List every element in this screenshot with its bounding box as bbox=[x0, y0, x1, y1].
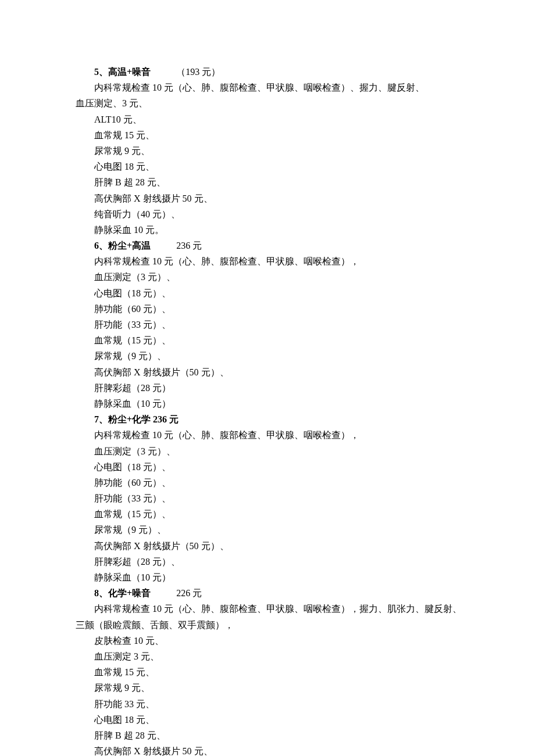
section-5-line-8: 纯音听力（40 元）、 bbox=[76, 206, 477, 222]
section-5-line-1: 血压测定、3 元、 bbox=[76, 95, 477, 111]
section-8-line-6: 肝脾 B 超 28 元、 bbox=[76, 728, 477, 743]
section-7-header: 7、粉尘+化学 236 元 bbox=[76, 411, 477, 427]
section-8-header: 8、化学+噪音 226 元 bbox=[76, 585, 477, 601]
section-6-line-6: 尿常规（9 元）、 bbox=[76, 348, 477, 364]
section-8-price: 226 元 bbox=[176, 588, 202, 598]
section-6-line-8: 肝脾彩超（28 元） bbox=[76, 380, 477, 396]
section-6-price: 236 元 bbox=[176, 241, 202, 250]
section-8-line-7: 高伏胸部 X 射线摄片 50 元、 bbox=[76, 743, 477, 756]
section-7-line-4: 肝功能（33 元）、 bbox=[76, 490, 477, 506]
section-5-number: 5、高温+噪音 bbox=[94, 67, 151, 77]
section-6-line-9: 静脉采血（10 元） bbox=[76, 396, 477, 411]
section-5-line-4: 尿常规 9 元、 bbox=[76, 143, 477, 159]
section-8-line-2: 血常规 15 元、 bbox=[76, 664, 477, 680]
section-7-line-5: 血常规（15 元）、 bbox=[76, 506, 477, 522]
section-5-line-7: 高伏胸部 X 射线摄片 50 元、 bbox=[76, 191, 477, 206]
section-5-line-0: 内科常规检查 10 元（心、肺、腹部检查、甲状腺、咽喉检查）、握力、腱反射、 bbox=[76, 80, 477, 95]
section-6-line-5: 血常规（15 元）、 bbox=[76, 332, 477, 348]
section-6-header: 6、粉尘+高温 236 元 bbox=[76, 238, 477, 253]
section-7-line-3: 肺功能（60 元）、 bbox=[76, 475, 477, 490]
section-8-line-4: 肝功能 33 元、 bbox=[76, 696, 477, 712]
section-8-line-5: 心电图 18 元、 bbox=[76, 712, 477, 728]
section-5-header: 5、高温+噪音 （193 元） bbox=[76, 64, 477, 80]
section-5-line-6: 肝脾 B 超 28 元、 bbox=[76, 174, 477, 190]
section-6-line-2: 心电图（18 元）、 bbox=[76, 285, 477, 301]
section-7-line-1: 血压测定（3 元）、 bbox=[76, 443, 477, 459]
section-6-line-3: 肺功能（60 元）、 bbox=[76, 301, 477, 317]
section-5-line-5: 心电图 18 元、 bbox=[76, 159, 477, 174]
section-7-line-0: 内科常规检查 10 元（心、肺、腹部检查、甲状腺、咽喉检查）， bbox=[76, 427, 477, 443]
section-6-number: 6、粉尘+高温 bbox=[94, 241, 151, 250]
section-7-line-7: 高伏胸部 X 射线摄片（50 元）、 bbox=[76, 538, 477, 554]
section-8-number: 8、化学+噪音 bbox=[94, 588, 151, 598]
section-6-line-0: 内科常规检查 10 元（心、肺、腹部检查、甲状腺、咽喉检查）， bbox=[76, 253, 477, 269]
section-5-line-3: 血常规 15 元、 bbox=[76, 127, 477, 143]
section-5-line-2: ALT10 元、 bbox=[76, 112, 477, 127]
section-6-line-1: 血压测定（3 元）、 bbox=[76, 269, 477, 285]
section-7-line-9: 静脉采血（10 元） bbox=[76, 569, 477, 585]
section-8-line-intro-2: 三颤（眼睑震颤、舌颤、双手震颤）， bbox=[76, 617, 477, 633]
section-6-line-7: 高伏胸部 X 射线摄片（50 元）、 bbox=[76, 364, 477, 380]
section-8-line-3: 尿常规 9 元、 bbox=[76, 680, 477, 696]
section-5-price: （193 元） bbox=[176, 67, 220, 77]
section-7-line-8: 肝脾彩超（28 元）、 bbox=[76, 554, 477, 569]
section-8-line-0: 皮肤检查 10 元、 bbox=[76, 633, 477, 648]
section-8-line-1: 血压测定 3 元、 bbox=[76, 648, 477, 664]
section-7-line-6: 尿常规（9 元）、 bbox=[76, 522, 477, 538]
section-7-line-2: 心电图（18 元）、 bbox=[76, 459, 477, 475]
section-8-line-intro-1: 内科常规检查 10 元（心、肺、腹部检查、甲状腺、咽喉检查），握力、肌张力、腱反… bbox=[76, 601, 477, 617]
section-5-line-9: 静脉采血 10 元。 bbox=[76, 222, 477, 238]
section-6-line-4: 肝功能（33 元）、 bbox=[76, 317, 477, 332]
section-7-number: 7、粉尘+化学 236 元 bbox=[94, 414, 179, 424]
